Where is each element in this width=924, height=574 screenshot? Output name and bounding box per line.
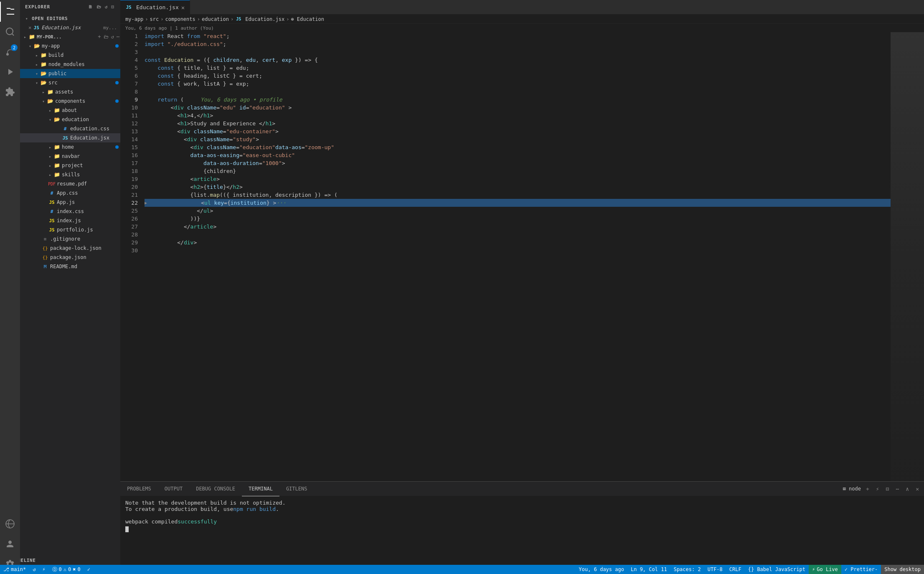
terminal-node-label: ⊞ node: [843, 486, 861, 492]
new-file-icon[interactable]: 🗎: [87, 3, 94, 10]
education-css-file[interactable]: # education.css: [20, 124, 120, 133]
go-live-label: Go Live: [817, 566, 838, 572]
git-branch-item[interactable]: ⎇ main*: [0, 565, 29, 574]
language-mode-label: {} Babel JavaScript: [748, 566, 805, 572]
show-desktop-item[interactable]: Show desktop: [881, 565, 924, 574]
extensions-icon[interactable]: [0, 82, 20, 102]
refresh-action-icon[interactable]: ↺: [110, 33, 115, 41]
terminal-text-2b: npm run build: [233, 506, 276, 512]
debug-console-tab[interactable]: DEBUG CONSOLE: [189, 482, 242, 496]
navbar-folder[interactable]: 📁 navbar: [20, 152, 120, 161]
home-folder[interactable]: 📁 home: [20, 142, 120, 152]
my-portfolio-arrow: [22, 33, 28, 40]
open-editors-section[interactable]: OPEN EDITORS: [20, 14, 120, 23]
app-css-label: App.css: [57, 190, 120, 196]
new-folder-icon[interactable]: 🗁: [96, 3, 102, 10]
breadcrumb-jsx-icon: JS: [235, 16, 242, 23]
terminal-split-icon[interactable]: ⚡: [874, 485, 881, 493]
app-js-label: App.js: [57, 199, 120, 205]
run-icon[interactable]: [0, 62, 20, 82]
app-css-file[interactable]: # App.css: [20, 188, 120, 198]
cursor-position-item[interactable]: Ln 9, Col 11: [627, 565, 670, 574]
public-folder[interactable]: 📂 public: [20, 69, 120, 78]
output-tab[interactable]: OUTPUT: [158, 482, 189, 496]
breadcrumb-education[interactable]: education: [202, 16, 229, 22]
gitignore-file[interactable]: ≡ .gitignore: [20, 234, 120, 244]
go-live-item[interactable]: ⚡ Go Live: [809, 565, 841, 574]
project-folder[interactable]: 📁 project: [20, 161, 120, 170]
gitlens-tab[interactable]: GITLENS: [279, 482, 314, 496]
activity-bar: 2: [0, 0, 20, 574]
resume-pdf-file[interactable]: PDF resume.pdf: [20, 179, 120, 188]
more-action-icon[interactable]: ⋯: [116, 33, 120, 41]
error-count-icon: ⓪: [52, 566, 57, 573]
terminal-line-4: webpack compiled successfully: [125, 518, 919, 525]
open-editor-item[interactable]: ✕ JS Education.jsx my...: [20, 23, 120, 32]
terminal-empty: [125, 512, 129, 518]
svg-point-0: [6, 28, 13, 35]
remote-icon[interactable]: [0, 514, 20, 534]
terminal-line-3: [125, 512, 919, 518]
assets-folder[interactable]: 📁 assets: [20, 87, 120, 97]
breadcrumb-src[interactable]: src: [150, 16, 159, 22]
my-portfolio-root[interactable]: 📁 MY-POR... + 🗁 ↺ ⋯: [20, 32, 120, 41]
breadcrumb-file[interactable]: Education.jsx: [245, 16, 284, 22]
terminal-chevron-up-icon[interactable]: ∧: [904, 485, 911, 493]
components-folder[interactable]: 📂 components: [20, 97, 120, 106]
tab-close-button[interactable]: ✕: [181, 4, 185, 11]
account-icon[interactable]: [0, 534, 20, 554]
readme-file[interactable]: M README.md: [20, 262, 120, 271]
education-jsx-file[interactable]: JS Education.jsx: [20, 133, 120, 142]
about-folder[interactable]: 📁 about: [20, 106, 120, 115]
git-blame-status-item[interactable]: You, 6 days ago: [576, 565, 627, 574]
build-label: build: [48, 52, 120, 58]
breadcrumb-components[interactable]: components: [165, 16, 195, 22]
problems-tab[interactable]: PROBLEMS: [120, 482, 158, 496]
fold-icon-22[interactable]: ▶: [145, 199, 147, 207]
sync-status-item[interactable]: ↺: [29, 565, 39, 574]
line-ending-item[interactable]: CRLF: [726, 565, 745, 574]
navbar-arrow: [47, 153, 53, 160]
prettier-item[interactable]: ✓ Prettier-: [841, 565, 881, 574]
src-dot: [115, 81, 119, 84]
lightning-status-item[interactable]: ⚡: [39, 565, 48, 574]
files-icon[interactable]: [0, 2, 20, 22]
package-json-file[interactable]: {} package.json: [20, 253, 120, 262]
search-icon[interactable]: [0, 22, 20, 42]
portfolio-js-file[interactable]: JS portfolio.js: [20, 225, 120, 234]
source-control-icon[interactable]: 2: [0, 42, 20, 62]
package-lock-file[interactable]: {} package-lock.json: [20, 244, 120, 253]
problems-status-item[interactable]: ⓪ 0 ⚠ 0 ✖ 0: [49, 565, 84, 574]
code-line-28: [145, 231, 924, 239]
collapse-all-icon[interactable]: ⊟: [110, 3, 115, 10]
ln-8: 8: [124, 88, 138, 96]
code-line-14: <div className="study">: [145, 135, 924, 143]
language-mode-item[interactable]: {} Babel JavaScript: [745, 565, 809, 574]
src-folder[interactable]: 📂 src: [20, 78, 120, 87]
index-js-file[interactable]: JS index.js: [20, 216, 120, 225]
encoding-item[interactable]: UTF-8: [704, 565, 726, 574]
skills-folder[interactable]: 📁 skills: [20, 170, 120, 179]
index-css-file[interactable]: # index.css: [20, 207, 120, 216]
terminal-close-icon[interactable]: ✕: [914, 485, 921, 493]
breadcrumb-symbol[interactable]: ⊕ Education: [291, 16, 324, 22]
terminal-more-icon[interactable]: ⋯: [894, 485, 901, 493]
build-folder[interactable]: 📁 build: [20, 51, 120, 60]
education-jsx-tab[interactable]: JS Education.jsx ✕: [120, 0, 190, 15]
new-folder-action-icon[interactable]: 🗁: [103, 33, 109, 41]
breadcrumb-myapp[interactable]: my-app: [125, 16, 143, 22]
my-app-folder[interactable]: 📂 my-app: [20, 41, 120, 51]
close-editor-icon[interactable]: ✕: [28, 25, 31, 30]
new-file-action-icon[interactable]: +: [97, 33, 102, 41]
education-folder[interactable]: 📂 education: [20, 115, 120, 124]
app-js-file[interactable]: JS App.js: [20, 198, 120, 207]
check-status-item[interactable]: ✓: [84, 565, 94, 574]
refresh-icon[interactable]: ↺: [104, 3, 109, 10]
assets-icon: 📁: [47, 89, 53, 95]
node-modules-folder[interactable]: 📁 node_modules: [20, 60, 120, 69]
terminal-layout-icon[interactable]: ⊟: [884, 485, 891, 493]
terminal-add-icon[interactable]: +: [864, 485, 871, 493]
indentation-item[interactable]: Spaces: 2: [670, 565, 704, 574]
terminal-tab-item[interactable]: TERMINAL: [242, 482, 279, 496]
breadcrumb-sep4: ›: [231, 16, 234, 22]
